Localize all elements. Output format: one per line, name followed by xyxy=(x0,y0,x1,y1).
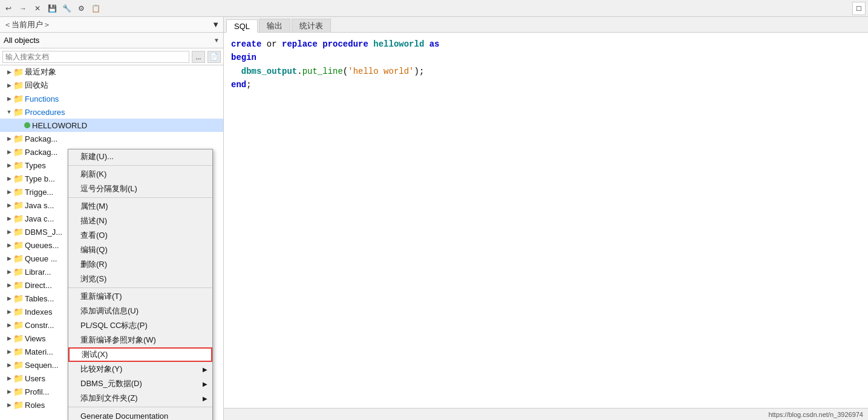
tree-item-procedures[interactable]: ▼📁Procedures xyxy=(0,105,223,119)
toolbar-window-btn[interactable]: □ xyxy=(852,2,866,15)
green-dot-helloworld xyxy=(24,122,30,128)
user-selector[interactable]: ＜当前用户＞ ▼ xyxy=(0,17,223,33)
tree-label-indexes: Indexes xyxy=(25,307,53,317)
toolbar-gear-btn[interactable]: ⚙ xyxy=(75,2,87,15)
toolbar-save-btn[interactable]: 💾 xyxy=(46,2,58,15)
object-filter[interactable]: All objects ▼ xyxy=(0,33,223,48)
tab-output[interactable]: 输出 xyxy=(259,19,290,32)
toolbar-close-btn[interactable]: ✕ xyxy=(31,2,44,15)
cm-item-delete[interactable]: 删除(R) xyxy=(68,257,212,272)
node-icon-typebodies: 📁 xyxy=(13,174,23,183)
cm-item-copycsv[interactable]: 逗号分隔复制(L) xyxy=(68,182,212,196)
node-icon-sequen: 📁 xyxy=(13,360,23,370)
toolbar-settings-btn[interactable]: 🔧 xyxy=(60,2,73,15)
tree-item-recent[interactable]: ▶📁最近对象 xyxy=(0,65,223,79)
node-icon-recycle: 📁 xyxy=(13,80,23,90)
expand-icon-tables: ▶ xyxy=(5,294,13,303)
tree-label-recycle: 回收站 xyxy=(25,80,48,91)
cm-label-view: 查看(O) xyxy=(80,230,108,241)
expand-icon-queuet: ▶ xyxy=(5,254,13,263)
tree-label-sequen: Sequen... xyxy=(25,361,59,370)
search-more-btn[interactable]: ... xyxy=(192,51,205,63)
expand-icon-functions: ▶ xyxy=(5,94,13,103)
code-area: create or replace procedure helloworld a… xyxy=(224,33,868,408)
cm-item-adddebug[interactable]: 添加调试信息(U) xyxy=(68,304,212,318)
tree-label-typebodies: Type b... xyxy=(25,174,55,183)
tree-label-views: Views xyxy=(25,334,45,343)
cm-label-test: 测试(X) xyxy=(82,349,108,360)
node-icon-users: 📁 xyxy=(13,373,23,383)
cm-separator-sep3 xyxy=(68,287,212,288)
cm-item-gendoc[interactable]: Generate Documentation xyxy=(68,409,212,420)
cm-item-dbmsmeta[interactable]: DBMS_元数据(D)▶ xyxy=(68,376,212,391)
cm-label-new: 新建(U)... xyxy=(80,151,114,162)
node-icon-tables: 📁 xyxy=(13,294,23,303)
node-icon-dbmsj: 📁 xyxy=(13,227,23,237)
expand-icon-librar: ▶ xyxy=(5,267,13,276)
cm-item-browse[interactable]: 浏览(S) xyxy=(68,272,212,286)
tree-item-recycle[interactable]: ▶📁回收站 xyxy=(0,79,223,92)
cm-label-compare: 比较对象(Y) xyxy=(80,364,122,375)
tree-label-types: Types xyxy=(25,161,46,170)
node-icon-procedures: 📁 xyxy=(13,107,23,117)
expand-icon-queues: ▶ xyxy=(5,241,13,249)
cm-item-test[interactable]: 测试(X) xyxy=(68,347,212,362)
cm-item-plsqlcc[interactable]: PL/SQL CC标志(P) xyxy=(68,318,212,333)
cm-separator-sep1 xyxy=(68,165,212,166)
cm-item-compare[interactable]: 比较对象(Y)▶ xyxy=(68,362,212,376)
tree-label-triggers: Trigge... xyxy=(25,188,53,197)
context-menu: 新建(U)...刷新(K)逗号分隔复制(L)属性(M)描述(N)查看(O)编辑(… xyxy=(68,149,213,420)
tab-stats[interactable]: 统计表 xyxy=(292,19,331,32)
cm-label-plsqlcc: PL/SQL CC标志(P) xyxy=(80,320,148,331)
node-icon-queues: 📁 xyxy=(13,240,23,250)
expand-icon-javas: ▶ xyxy=(5,201,13,209)
cm-label-recompile: 重新编译(T) xyxy=(80,291,122,302)
cm-item-recompileref[interactable]: 重新编译参照对象(W) xyxy=(68,333,212,347)
node-icon-materi: 📁 xyxy=(13,347,23,356)
node-icon-constr: 📁 xyxy=(13,320,23,330)
expand-icon-views: ▶ xyxy=(5,334,13,343)
node-icon-triggers: 📁 xyxy=(13,187,23,197)
search-input[interactable] xyxy=(2,51,189,63)
toolbar-clip-btn[interactable]: 📋 xyxy=(90,2,102,15)
cm-item-recompile[interactable]: 重新编译(T) xyxy=(68,289,212,304)
status-bar: https://blog.csdn.net/n_3926974 xyxy=(224,408,868,420)
cm-item-view[interactable]: 查看(O) xyxy=(68,228,212,243)
toolbar-back-btn[interactable]: ↩ xyxy=(2,2,15,15)
cm-item-addfolder[interactable]: 添加到文件夹(Z)▶ xyxy=(68,391,212,405)
expand-icon-direct: ▶ xyxy=(5,281,13,289)
expand-icon-sequen: ▶ xyxy=(5,361,13,369)
toolbar: ↩ → ✕ 💾 🔧 ⚙ 📋 □ xyxy=(0,0,868,17)
search-doc-btn[interactable]: 📄 xyxy=(207,51,221,63)
status-url: https://blog.csdn.net/n_3926974 xyxy=(768,411,863,418)
tree-label-procedures: Procedures xyxy=(25,108,65,117)
tree-label-constr: Constr... xyxy=(25,321,54,330)
tree-label-javas: Java s... xyxy=(25,201,54,210)
cm-label-dbmsmeta: DBMS_元数据(D) xyxy=(80,378,142,389)
cm-item-edit[interactable]: 编辑(Q) xyxy=(68,243,212,257)
cm-item-new[interactable]: 新建(U)... xyxy=(68,149,212,164)
tree-label-users: Users xyxy=(25,374,45,383)
expand-icon-typebodies: ▶ xyxy=(5,174,13,183)
tree-item-functions[interactable]: ▶📁Functions xyxy=(0,92,223,105)
main-layout: ＜当前用户＞ ▼ All objects ▼ ... 📄 ▶📁最近对象▶📁回收站… xyxy=(0,17,868,420)
node-icon-javas: 📁 xyxy=(13,200,23,210)
cm-label-props: 属性(M) xyxy=(80,201,108,212)
tree-label-tables: Tables... xyxy=(25,294,54,303)
node-icon-packagebodies: 📁 xyxy=(13,147,23,157)
tree-item-helloworld[interactable]: HELLOWORLD xyxy=(0,119,223,132)
search-bar: ... 📄 xyxy=(0,48,223,65)
tab-sql[interactable]: SQL xyxy=(226,19,258,33)
cm-item-props[interactable]: 属性(M) xyxy=(68,199,212,214)
cm-label-browse: 浏览(S) xyxy=(80,274,106,284)
tree-label-profil: Profil... xyxy=(25,387,49,396)
node-icon-functions: 📁 xyxy=(13,94,23,103)
expand-icon-constr: ▶ xyxy=(5,321,13,329)
cm-item-refresh[interactable]: 刷新(K) xyxy=(68,167,212,182)
expand-icon-profil: ▶ xyxy=(5,387,13,396)
toolbar-forward-btn[interactable]: → xyxy=(17,2,29,15)
tree-label-materi: Materi... xyxy=(25,347,53,356)
tree-item-packages[interactable]: ▶📁Packag... xyxy=(0,132,223,145)
left-panel: ＜当前用户＞ ▼ All objects ▼ ... 📄 ▶📁最近对象▶📁回收站… xyxy=(0,17,224,420)
cm-item-desc[interactable]: 描述(N) xyxy=(68,214,212,228)
